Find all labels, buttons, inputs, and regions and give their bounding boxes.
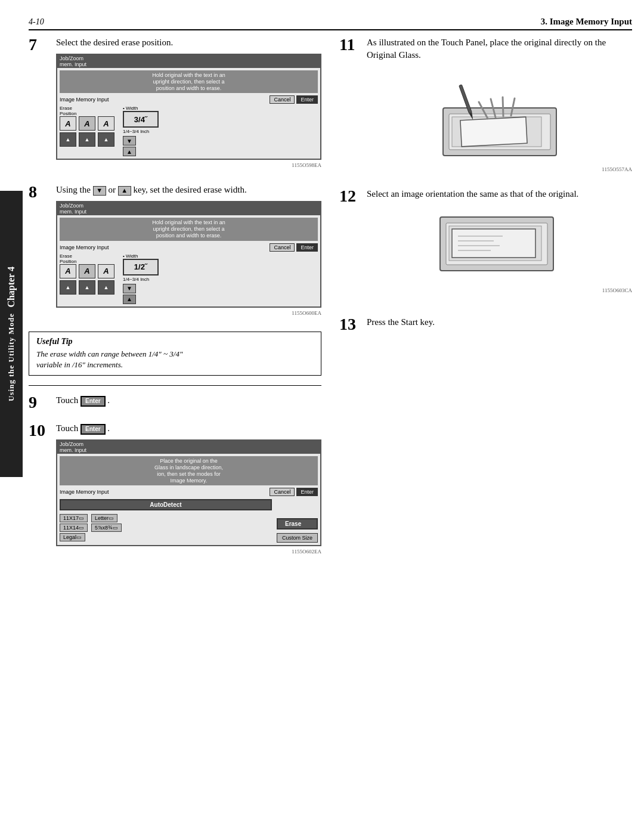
step-13-content: Press the Start key. (367, 316, 632, 333)
width-up-btn-2[interactable]: ▲ (123, 295, 136, 304)
step-9-text: Touch Enter . (56, 394, 321, 407)
size-5x8[interactable]: 5⅞x8¾▭ (91, 524, 122, 532)
size-letter[interactable]: Letter▭ (91, 514, 117, 522)
size-legal[interactable]: Legal▭ (60, 533, 85, 541)
step-11-caption: 1155O557AA (367, 166, 632, 172)
step-7: 7 Select the desired erase position. Job… (29, 36, 321, 173)
panel-2: Job/Zoommem. Input Hold original with th… (56, 201, 321, 307)
section-title: 3. Image Memory Input (541, 17, 632, 27)
panel-3-enter-btn[interactable]: Enter (296, 488, 318, 496)
step-7-content: Select the desired erase position. Job/Z… (56, 36, 321, 173)
width-arrows: ▼ ▲ (123, 136, 159, 156)
step-11-content: As illustrated on the Touch Panel, place… (367, 36, 632, 177)
step-7-number: 7 (29, 36, 50, 53)
chapter-label: Chapter 4 (6, 267, 17, 308)
panel-3-actions: Erase Custom Size (277, 498, 318, 543)
panel-2-notice: Hold original with the text in anupright… (60, 218, 318, 240)
erase-btn-2-6[interactable]: ▲ (98, 280, 114, 295)
panel-2-enter-btn[interactable]: Enter (296, 243, 318, 252)
erase-btn-4[interactable]: ▲ (60, 132, 76, 147)
scanner-illustration (367, 66, 632, 164)
panel-2-cancel-btn[interactable]: Cancel (270, 243, 295, 252)
panel-1-caption: 1155O598EA (56, 162, 321, 168)
step-13: 13 Press the Start key. (339, 316, 632, 333)
autodetect-btn[interactable]: AutoDetect (60, 499, 272, 510)
main-columns: 7 Select the desired erase position. Job… (29, 36, 632, 570)
panel-2-body: Hold original with the text in anupright… (57, 215, 320, 306)
erase-buttons-row-2b: ▲ ▲ ▲ (60, 280, 114, 295)
step-12: 12 Select an image orientation the same … (339, 188, 632, 298)
step-9: 9 Touch Enter . (29, 394, 321, 411)
page-header: 4-10 3. Image Memory Input (29, 17, 632, 30)
panel-2-erase-col: ErasePosition A A A ▲ ▲ (60, 253, 114, 296)
scanner-svg (431, 66, 568, 162)
erase-btn-5[interactable]: ▲ (79, 132, 95, 147)
width-down-btn[interactable]: ▼ (123, 136, 136, 145)
step-8-number: 8 (29, 184, 50, 200)
orientation-illustration (367, 205, 632, 285)
useful-tip: Useful Tip The erase width can range bet… (29, 332, 321, 376)
step-10-number: 10 (29, 422, 50, 439)
step-13-text: Press the Start key. (367, 316, 632, 329)
down-arrow-key: ▼ (93, 186, 106, 196)
step-8: 8 Using the ▼ or ▲ key, set the desired … (29, 184, 321, 320)
size-11x14[interactable]: 11X14▭ (60, 524, 88, 532)
erase-btn-2-1[interactable]: A (60, 264, 76, 278)
panel-1-notice: Hold original with the text in anupright… (60, 70, 318, 93)
panel-3-notice: Place the original on theGlass in landsc… (60, 456, 318, 485)
step-10-content: Touch Enter . Job/Zoommem. Input Place t… (56, 422, 321, 559)
panel-3-header-row: Image Memory Input Cancel Enter (60, 488, 318, 496)
panel-1-erase-col: ErasePosition A A A ▲ ▲ (60, 106, 114, 148)
panel-1-enter-btn[interactable]: Enter (296, 95, 318, 104)
panel-1-cancel-btn[interactable]: Cancel (270, 95, 295, 104)
size-11x17[interactable]: 11X17▭ (60, 514, 88, 522)
erase-btn-2-2[interactable]: A (79, 264, 95, 278)
erase-pos-label: ErasePosition (60, 106, 114, 116)
erase-btn-2-5[interactable]: ▲ (79, 280, 95, 295)
custom-size-btn[interactable]: Custom Size (277, 533, 318, 543)
panel-1-width-col: • Width 3/4˝ 1/4~3/4 Inch ▼ ▲ (123, 106, 159, 156)
step-7-text: Select the desired erase position. (56, 36, 321, 49)
step-12-content: Select an image orientation the same as … (367, 188, 632, 298)
erase-btn-2[interactable]: A (79, 116, 95, 131)
erase-btn-3[interactable]: A (98, 116, 114, 131)
step-9-number: 9 (29, 394, 50, 411)
step-10: 10 Touch Enter . Job/Zoommem. Input Plac… (29, 422, 321, 559)
panel-2-label: Image Memory Input (60, 244, 109, 250)
step-8-content: Using the ▼ or ▲ key, set the desired er… (56, 184, 321, 320)
mode-label: Using the Utility Mode (7, 313, 16, 401)
right-column: 11 As illustrated on the Touch Panel, pl… (339, 36, 632, 570)
step-12-text: Select an image orientation the same as … (367, 188, 632, 200)
section-divider (29, 385, 321, 386)
step-11: 11 As illustrated on the Touch Panel, pl… (339, 36, 632, 177)
erase-buttons-row: A A A (60, 116, 114, 131)
useful-tip-title: Useful Tip (36, 337, 314, 346)
enter-key-9: Enter (80, 396, 106, 407)
size-row-1: 11X17▭ Letter▭ (60, 514, 272, 522)
panel-1: Job/Zoommem. Input Hold original with th… (56, 54, 321, 160)
panel-3-sizes: AutoDetect 11X17▭ Letter▭ 11X14▭ 5⅞x8¾▭ (60, 498, 272, 543)
width-label-2: • Width (123, 253, 159, 259)
width-arrows-2: ▼ ▲ (123, 284, 159, 304)
panel-1-titlebar: Job/Zoommem. Input (57, 55, 320, 68)
width-up-btn[interactable]: ▲ (123, 147, 136, 156)
range-label-2: 1/4~3/4 Inch (123, 277, 159, 282)
width-down-btn-2[interactable]: ▼ (123, 284, 136, 293)
svg-line-6 (503, 97, 503, 116)
size-row-2: 11X14▭ 5⅞x8¾▭ (60, 524, 272, 532)
panel-2-erase-area: ErasePosition A A A ▲ ▲ (60, 253, 318, 304)
erase-btn-6[interactable]: ▲ (98, 132, 114, 147)
range-label: 1/4~3/4 Inch (123, 129, 159, 134)
page-number: 4-10 (29, 17, 44, 27)
erase-action-btn[interactable]: Erase (277, 518, 318, 529)
erase-btn-2-3[interactable]: A (98, 264, 114, 278)
svg-rect-3 (460, 117, 527, 147)
erase-btn-2-4[interactable]: ▲ (60, 280, 76, 295)
svg-rect-13 (452, 229, 535, 258)
width-value-2: 1/2˝ (123, 259, 159, 275)
panel-3-cancel-btn[interactable]: Cancel (270, 488, 295, 496)
panel-3-label: Image Memory Input (60, 489, 109, 495)
page-content: 4-10 3. Image Memory Input 7 Select the … (29, 0, 632, 594)
erase-btn-1[interactable]: A (60, 116, 76, 131)
panel-1-erase-area: ErasePosition A A A ▲ ▲ (60, 106, 318, 156)
